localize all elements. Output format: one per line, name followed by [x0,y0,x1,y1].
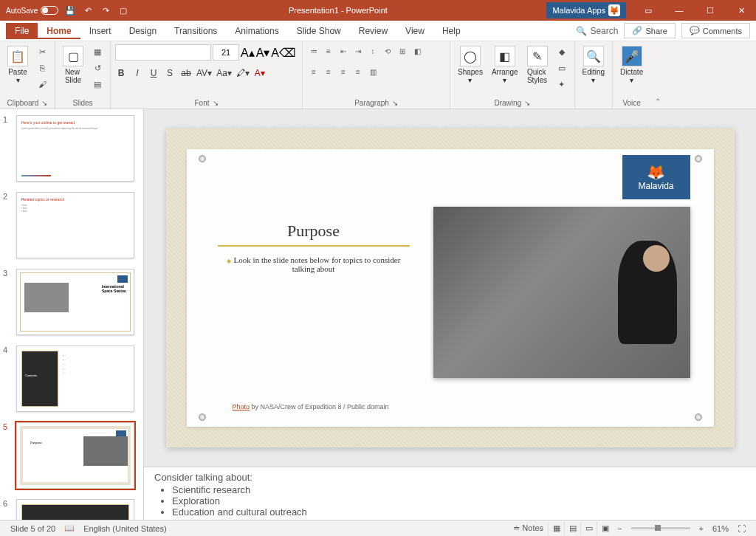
shapes-button[interactable]: ◯Shapes▾ [455,44,486,86]
indent-dec-icon[interactable]: ⇤ [337,44,350,58]
slide-canvas[interactable]: 🦊Malavida Purpose Look in the slide note… [144,109,756,467]
dialog-launcher-icon[interactable]: ↘ [213,99,219,107]
editing-button[interactable]: 🔍Editing▾ [580,44,608,86]
malavida-logo-icon: 🦊 [608,4,620,16]
zoom-out-icon[interactable]: − [613,524,626,533]
font-size-input[interactable] [213,44,239,61]
zoom-level[interactable]: 61% [708,524,733,533]
tab-file[interactable]: File [6,23,38,39]
save-icon[interactable]: 💾 [64,4,76,16]
close-icon[interactable]: ✕ [726,0,756,21]
align-center-icon[interactable]: ≡ [322,65,335,78]
thumbnail-2[interactable]: 2 Related topics or research• item• item… [3,192,140,258]
dialog-launcher-icon[interactable]: ↘ [392,99,398,107]
slideshow-start-icon[interactable]: ▢ [117,4,129,16]
fox-icon: 🦊 [647,163,665,181]
format-painter-icon[interactable]: 🖌 [34,77,50,92]
justify-icon[interactable]: ≡ [351,65,365,78]
tab-help[interactable]: Help [433,23,470,39]
slide-title[interactable]: Purpose [233,221,395,241]
autosave-toggle[interactable]: AutoSave [6,6,58,15]
dialog-launcher-icon[interactable]: ↘ [41,99,47,107]
align-left-icon[interactable]: ≡ [307,65,320,78]
zoom-slider[interactable] [631,527,690,529]
notes-toggle[interactable]: ≐ Notes [509,523,548,533]
fit-window-icon[interactable]: ⛶ [733,524,750,533]
shrink-font-icon[interactable]: A▾ [256,46,270,60]
reset-icon[interactable]: ↺ [89,61,106,75]
strike-button[interactable]: ab [180,68,192,78]
bullets-icon[interactable]: ≔ [307,44,320,58]
shape-effects-icon[interactable]: ✦ [554,77,570,92]
tab-insert[interactable]: Insert [80,23,120,39]
change-case-icon[interactable]: Aa▾ [216,68,232,78]
notes-pane[interactable]: Consider talking about: Scientific resea… [144,467,756,520]
maximize-icon[interactable]: ☐ [695,0,725,21]
comments-button[interactable]: 💬Comments [681,23,750,38]
columns-icon[interactable]: ▥ [366,65,379,78]
font-color-icon[interactable]: A▾ [254,68,266,78]
shape-outline-icon[interactable]: ▭ [554,61,570,75]
dictate-button[interactable]: 🎤Dictate▾ [617,44,646,86]
minimize-icon[interactable]: — [664,0,694,21]
slide-photo[interactable] [433,207,690,378]
dialog-launcher-icon[interactable]: ↘ [524,99,530,107]
bold-button[interactable]: B [115,68,127,78]
sorter-view-icon[interactable]: ▤ [564,522,580,535]
indent-inc-icon[interactable]: ⇥ [351,44,365,58]
normal-view-icon[interactable]: ▦ [548,522,564,535]
thumbnail-4[interactable]: 4 Contents• ···• ···• ···• ···• ··· [3,346,140,412]
tab-animations[interactable]: Animations [226,23,287,39]
font-name-input[interactable] [115,44,211,61]
thumbnail-6[interactable]: 6 Manufacturing [3,499,140,520]
copy-icon[interactable]: ⎘ [34,61,50,75]
align-text-icon[interactable]: ⊞ [396,44,409,58]
slide-logo[interactable]: 🦊Malavida [622,155,690,199]
malavida-badge[interactable]: Malavida Apps 🦊 [546,2,626,18]
text-direction-icon[interactable]: ⟲ [381,44,394,58]
paste-button[interactable]: 📋Paste▾ [4,44,31,86]
reading-view-icon[interactable]: ▭ [580,522,597,535]
cut-icon[interactable]: ✂ [34,44,50,59]
slide-bullet[interactable]: Look in the slide notes below for topics… [222,255,405,273]
ribbon-display-icon[interactable]: ▭ [633,0,663,21]
language-status[interactable]: English (United States) [79,524,171,533]
tab-slideshow[interactable]: Slide Show [288,23,350,39]
slide-count[interactable]: Slide 5 of 20 [6,524,60,533]
new-slide-button[interactable]: ▢New Slide [60,44,86,86]
numbering-icon[interactable]: ≡ [322,44,335,58]
underline-button[interactable]: U [148,68,159,78]
align-right-icon[interactable]: ≡ [337,65,350,78]
highlight-icon[interactable]: 🖍▾ [236,68,250,78]
thumbnail-5[interactable]: 5 Purpose [3,422,140,489]
collapse-ribbon-icon[interactable]: ⌃ [650,41,665,109]
search-box[interactable]: 🔍Search [576,26,618,36]
tab-review[interactable]: Review [350,23,396,39]
section-icon[interactable]: ▤ [89,77,106,92]
line-spacing-icon[interactable]: ↕ [366,44,379,58]
tab-transitions[interactable]: Transitions [165,23,226,39]
clear-format-icon[interactable]: A⌫ [271,46,296,60]
tab-design[interactable]: Design [120,23,165,39]
thumbnail-1[interactable]: 1 Here's your outline to get startedLore… [3,115,140,182]
convert-smartart-icon[interactable]: ◧ [410,44,424,58]
spellcheck-icon[interactable]: 📖 [60,523,79,533]
grow-font-icon[interactable]: A▴ [241,46,255,60]
undo-icon[interactable]: ↶ [82,4,94,16]
share-button[interactable]: 🔗Share [624,23,675,38]
shadow-button[interactable]: S [164,68,176,78]
tab-home[interactable]: Home [38,23,80,39]
slideshow-view-icon[interactable]: ▣ [597,522,613,535]
redo-icon[interactable]: ↷ [100,4,111,16]
zoom-in-icon[interactable]: + [695,524,708,533]
thumbnail-3[interactable]: 3 InternationalSpace Station [3,269,140,335]
arrange-button[interactable]: ◧Arrange▾ [489,44,521,86]
char-spacing-icon[interactable]: AV▾ [196,68,212,78]
italic-button[interactable]: I [131,68,143,78]
slide-thumbnails[interactable]: 1 Here's your outline to get startedLore… [0,109,144,520]
slide-caption[interactable]: Photo by NASA/Crew of Expedition 8 / Pub… [233,403,389,410]
tab-view[interactable]: View [396,23,433,39]
shape-fill-icon[interactable]: ◆ [554,44,570,59]
quick-styles-button[interactable]: ✎Quick Styles [524,44,551,86]
layout-icon[interactable]: ▦ [89,44,106,59]
